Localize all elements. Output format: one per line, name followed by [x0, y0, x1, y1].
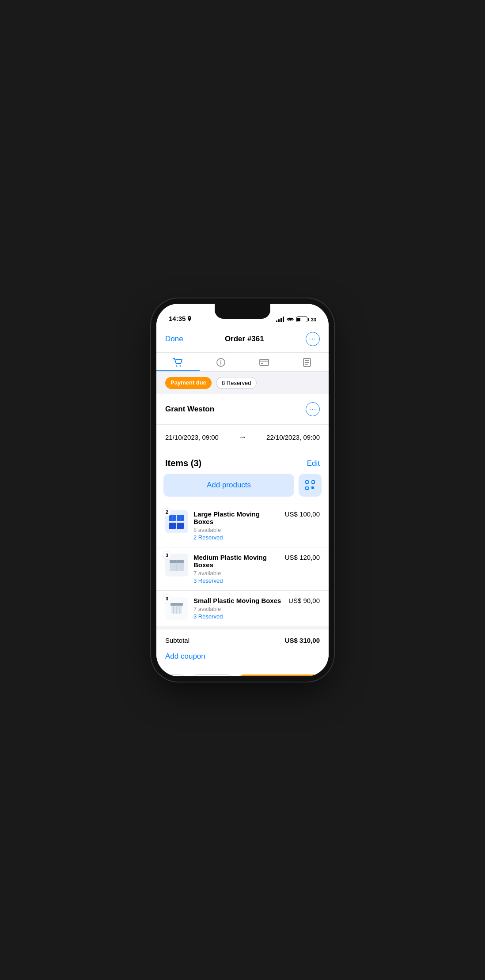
product-reserved: 2 Reserved [193, 534, 280, 541]
customer-section: Grant Weston ··· [156, 394, 329, 425]
items-title: Items (3) [165, 458, 201, 468]
tab-payment[interactable] [242, 353, 286, 371]
product-price: US$ 100,00 [285, 510, 320, 518]
product-name: Small Plastic Moving Boxes [193, 597, 283, 604]
date-arrow-icon: → [239, 433, 246, 442]
cart-icon [173, 357, 183, 368]
scan-button[interactable] [299, 474, 322, 497]
wifi-icon [287, 317, 294, 322]
end-date: 22/10/2023, 09:00 [266, 433, 320, 441]
status-time: 14:35 [169, 315, 192, 322]
product-qty-badge: 3 [163, 594, 171, 603]
product-qty-badge: 3 [163, 551, 171, 560]
done-button[interactable]: Done [165, 335, 183, 343]
start-date: 21/10/2023, 09:00 [165, 433, 219, 441]
list-item[interactable]: 3 Medium Plastic Moving Boxes 7 availab [156, 547, 329, 590]
customer-name: Grant Weston [165, 405, 214, 414]
location-icon [187, 316, 192, 321]
product-price: US$ 90,00 [288, 597, 320, 604]
svg-rect-10 [169, 523, 176, 529]
add-coupon-button[interactable]: Add coupon [165, 650, 205, 669]
svg-rect-3 [260, 359, 269, 366]
product-available: 7 available [193, 570, 280, 577]
pickup-button[interactable]: Pick up [238, 675, 322, 676]
product-info: Small Plastic Moving Boxes 7 available 3… [193, 597, 283, 620]
reserved-badge: 8 Reserved [216, 377, 257, 389]
time-display: 14:35 [169, 315, 186, 322]
product-reserved: 3 Reserved [193, 577, 280, 584]
list-item[interactable]: 2 La [156, 504, 329, 547]
info-icon [216, 357, 226, 368]
list-item[interactable]: 3 Small Plastic Mov [156, 590, 329, 626]
tab-notes[interactable] [286, 353, 329, 371]
svg-rect-11 [177, 523, 184, 529]
product-qty-badge: 2 [163, 508, 171, 516]
customer-more-button[interactable]: ··· [306, 402, 320, 416]
subtotal-label: Subtotal [165, 637, 189, 644]
subtotal-amount: US$ 310,00 [285, 637, 320, 644]
payment-icon [259, 357, 269, 368]
svg-rect-8 [306, 487, 308, 490]
screen-content[interactable]: Done Order #361 ··· [156, 326, 329, 676]
product-price: US$ 120,00 [285, 554, 320, 561]
nav-header: Done Order #361 ··· [156, 326, 329, 353]
product-info: Large Plastic Moving Boxes 8 available 2… [193, 510, 280, 541]
tab-bar [156, 353, 329, 372]
tab-cart[interactable] [156, 353, 200, 371]
tab-info[interactable] [200, 353, 243, 371]
payment-due-badge: Payment due [165, 377, 212, 389]
scan-barcode-icon [305, 480, 315, 490]
page-title: Order #361 [225, 335, 264, 343]
status-icons: 33 [276, 317, 316, 322]
action-bar: Pay Pick up [156, 669, 329, 676]
edit-button[interactable]: Edit [307, 459, 320, 468]
product-name: Large Plastic Moving Boxes [193, 510, 280, 525]
add-products-button[interactable]: Add products [163, 474, 294, 497]
pay-button[interactable]: Pay [191, 675, 234, 676]
svg-rect-6 [306, 481, 308, 483]
product-name: Medium Plastic Moving Boxes [193, 554, 280, 569]
signal-icon [276, 317, 284, 322]
battery-level: 33 [311, 317, 316, 322]
status-section: Payment due 8 Reserved [156, 372, 329, 394]
notes-icon [302, 357, 312, 368]
product-info: Medium Plastic Moving Boxes 7 available … [193, 554, 280, 584]
svg-rect-4 [261, 363, 263, 364]
svg-point-1 [179, 366, 181, 367]
product-available: 7 available [193, 606, 283, 612]
date-section: 21/10/2023, 09:00 → 22/10/2023, 09:00 [156, 425, 329, 450]
battery-icon [296, 317, 307, 322]
svg-point-0 [176, 366, 177, 367]
items-header: Items (3) Edit [156, 450, 329, 474]
add-products-row: Add products [156, 474, 329, 504]
edit-action-button[interactable] [163, 675, 186, 676]
svg-rect-7 [312, 481, 314, 483]
more-options-button[interactable]: ··· [306, 332, 320, 346]
status-bar: 14:35 33 [156, 304, 329, 326]
product-reserved: 3 Reserved [193, 613, 283, 620]
product-available: 8 available [193, 527, 280, 533]
product-list: 2 La [156, 504, 329, 626]
phone-frame: 14:35 33 Done [156, 304, 329, 676]
subtotal-section: Subtotal US$ 310,00 Add coupon [156, 629, 329, 669]
